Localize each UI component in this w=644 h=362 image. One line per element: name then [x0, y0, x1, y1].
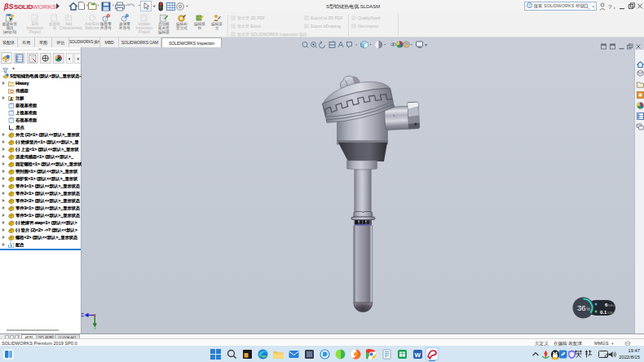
svg-text:36: 36	[577, 303, 586, 312]
svg-text:WORKS: WORKS	[33, 3, 57, 11]
svg-text:βS: βS	[3, 2, 14, 11]
svg-text:KB/s: KB/s	[608, 311, 615, 315]
svg-text:%: %	[587, 307, 591, 311]
svg-text:SOLID: SOLID	[14, 3, 33, 11]
svg-text:W: W	[415, 351, 421, 359]
svg-text:0.1: 0.1	[600, 310, 607, 315]
svg-text:KB/s: KB/s	[608, 303, 615, 307]
svg-text:?: ?	[608, 3, 612, 11]
svg-text:A: A	[10, 97, 12, 101]
